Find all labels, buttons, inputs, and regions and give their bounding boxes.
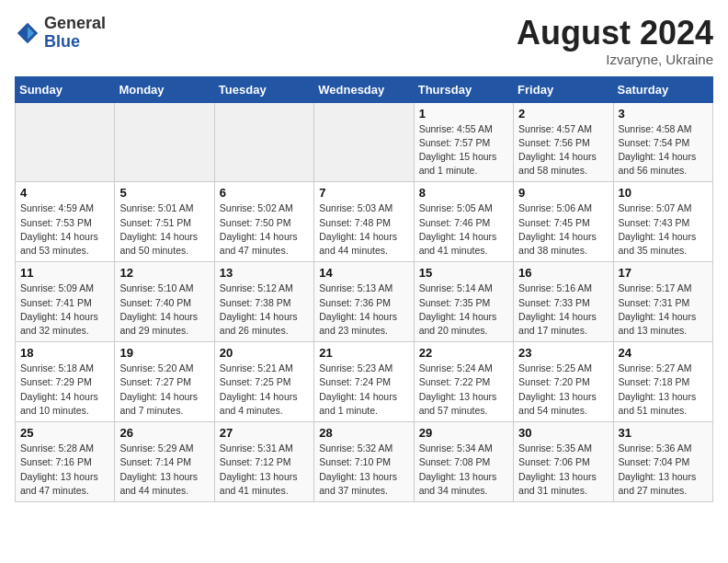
calendar-cell: 7Sunrise: 5:03 AM Sunset: 7:48 PM Daylig…: [314, 182, 414, 262]
day-number: 16: [518, 266, 608, 280]
day-number: 27: [220, 426, 309, 440]
calendar-cell: 29Sunrise: 5:34 AM Sunset: 7:08 PM Dayli…: [414, 422, 513, 502]
day-number: 31: [619, 426, 708, 440]
day-header-friday: Friday: [514, 76, 613, 102]
day-header-sunday: Sunday: [16, 76, 115, 102]
day-info: Sunrise: 4:57 AM Sunset: 7:56 PM Dayligh…: [518, 122, 608, 178]
calendar-header: SundayMondayTuesdayWednesdayThursdayFrid…: [16, 76, 713, 102]
day-number: 5: [119, 186, 209, 200]
day-info: Sunrise: 5:16 AM Sunset: 7:33 PM Dayligh…: [518, 282, 608, 338]
day-number: 20: [220, 346, 309, 360]
calendar-cell: 27Sunrise: 5:31 AM Sunset: 7:12 PM Dayli…: [214, 422, 313, 502]
day-header-tuesday: Tuesday: [214, 76, 313, 102]
day-number: 8: [419, 186, 508, 200]
day-number: 28: [319, 426, 408, 440]
logo-blue: Blue: [44, 32, 80, 51]
calendar-cell: 5Sunrise: 5:01 AM Sunset: 7:51 PM Daylig…: [115, 182, 214, 262]
day-header-thursday: Thursday: [414, 76, 513, 102]
day-number: 26: [119, 426, 209, 440]
day-info: Sunrise: 5:05 AM Sunset: 7:46 PM Dayligh…: [419, 201, 508, 258]
day-info: Sunrise: 5:13 AM Sunset: 7:36 PM Dayligh…: [319, 282, 408, 338]
day-info: Sunrise: 5:01 AM Sunset: 7:51 PM Dayligh…: [119, 201, 209, 258]
day-info: Sunrise: 4:59 AM Sunset: 7:53 PM Dayligh…: [20, 201, 109, 258]
day-number: 17: [619, 266, 708, 280]
calendar-cell: [214, 102, 313, 182]
logo-icon: [15, 20, 40, 46]
day-number: 19: [119, 346, 209, 360]
calendar-cell: 13Sunrise: 5:12 AM Sunset: 7:38 PM Dayli…: [214, 262, 313, 342]
calendar-cell: 26Sunrise: 5:29 AM Sunset: 7:14 PM Dayli…: [115, 422, 214, 502]
day-number: 2: [518, 107, 608, 121]
calendar-cell: [314, 102, 414, 182]
day-number: 9: [518, 186, 608, 200]
month-year: August 2024: [517, 15, 713, 52]
day-header-monday: Monday: [115, 76, 214, 102]
day-info: Sunrise: 5:12 AM Sunset: 7:38 PM Dayligh…: [220, 282, 309, 338]
day-info: Sunrise: 5:27 AM Sunset: 7:18 PM Dayligh…: [619, 362, 708, 418]
day-number: 11: [20, 266, 109, 280]
day-number: 23: [518, 346, 608, 360]
calendar-cell: 4Sunrise: 4:59 AM Sunset: 7:53 PM Daylig…: [16, 182, 115, 262]
calendar-cell: 30Sunrise: 5:35 AM Sunset: 7:06 PM Dayli…: [514, 422, 613, 502]
day-info: Sunrise: 5:03 AM Sunset: 7:48 PM Dayligh…: [319, 201, 408, 258]
calendar-cell: 23Sunrise: 5:25 AM Sunset: 7:20 PM Dayli…: [514, 342, 613, 422]
calendar-cell: 2Sunrise: 4:57 AM Sunset: 7:56 PM Daylig…: [514, 102, 613, 182]
day-info: Sunrise: 5:29 AM Sunset: 7:14 PM Dayligh…: [119, 442, 209, 498]
day-info: Sunrise: 5:34 AM Sunset: 7:08 PM Dayligh…: [419, 442, 508, 498]
day-info: Sunrise: 5:28 AM Sunset: 7:16 PM Dayligh…: [20, 442, 109, 498]
day-header-saturday: Saturday: [613, 76, 712, 102]
day-number: 12: [119, 266, 209, 280]
day-info: Sunrise: 5:02 AM Sunset: 7:50 PM Dayligh…: [220, 201, 309, 258]
title-area: August 2024 Izvaryne, Ukraine: [517, 15, 713, 67]
calendar-cell: 12Sunrise: 5:10 AM Sunset: 7:40 PM Dayli…: [115, 262, 214, 342]
calendar-cell: 8Sunrise: 5:05 AM Sunset: 7:46 PM Daylig…: [414, 182, 513, 262]
week-row-1: 1Sunrise: 4:55 AM Sunset: 7:57 PM Daylig…: [16, 102, 713, 182]
day-info: Sunrise: 5:18 AM Sunset: 7:29 PM Dayligh…: [20, 362, 109, 418]
day-number: 10: [619, 186, 708, 200]
calendar-cell: 6Sunrise: 5:02 AM Sunset: 7:50 PM Daylig…: [214, 182, 313, 262]
week-row-4: 18Sunrise: 5:18 AM Sunset: 7:29 PM Dayli…: [16, 342, 713, 422]
day-info: Sunrise: 5:24 AM Sunset: 7:22 PM Dayligh…: [419, 362, 508, 418]
calendar-cell: 17Sunrise: 5:17 AM Sunset: 7:31 PM Dayli…: [613, 262, 712, 342]
day-number: 22: [419, 346, 508, 360]
day-header-wednesday: Wednesday: [314, 76, 414, 102]
day-info: Sunrise: 5:09 AM Sunset: 7:41 PM Dayligh…: [20, 282, 109, 338]
calendar-cell: 10Sunrise: 5:07 AM Sunset: 7:43 PM Dayli…: [613, 182, 712, 262]
day-info: Sunrise: 5:23 AM Sunset: 7:24 PM Dayligh…: [319, 362, 408, 418]
day-info: Sunrise: 5:06 AM Sunset: 7:45 PM Dayligh…: [518, 201, 608, 258]
calendar-cell: 24Sunrise: 5:27 AM Sunset: 7:18 PM Dayli…: [613, 342, 712, 422]
day-number: 14: [319, 266, 408, 280]
logo: General Blue: [15, 15, 106, 52]
day-number: 30: [518, 426, 608, 440]
day-info: Sunrise: 4:55 AM Sunset: 7:57 PM Dayligh…: [419, 122, 508, 178]
day-info: Sunrise: 5:14 AM Sunset: 7:35 PM Dayligh…: [419, 282, 508, 338]
week-row-3: 11Sunrise: 5:09 AM Sunset: 7:41 PM Dayli…: [16, 262, 713, 342]
calendar-cell: 18Sunrise: 5:18 AM Sunset: 7:29 PM Dayli…: [16, 342, 115, 422]
week-row-2: 4Sunrise: 4:59 AM Sunset: 7:53 PM Daylig…: [16, 182, 713, 262]
day-number: 7: [319, 186, 408, 200]
calendar-cell: 3Sunrise: 4:58 AM Sunset: 7:54 PM Daylig…: [613, 102, 712, 182]
calendar-cell: [16, 102, 115, 182]
calendar-cell: 21Sunrise: 5:23 AM Sunset: 7:24 PM Dayli…: [314, 342, 414, 422]
calendar-cell: 19Sunrise: 5:20 AM Sunset: 7:27 PM Dayli…: [115, 342, 214, 422]
day-number: 18: [20, 346, 109, 360]
calendar-cell: 20Sunrise: 5:21 AM Sunset: 7:25 PM Dayli…: [214, 342, 313, 422]
calendar-cell: 14Sunrise: 5:13 AM Sunset: 7:36 PM Dayli…: [314, 262, 414, 342]
day-number: 24: [619, 346, 708, 360]
day-number: 25: [20, 426, 109, 440]
day-info: Sunrise: 5:35 AM Sunset: 7:06 PM Dayligh…: [518, 442, 608, 498]
day-info: Sunrise: 5:10 AM Sunset: 7:40 PM Dayligh…: [119, 282, 209, 338]
header: General Blue August 2024 Izvaryne, Ukrai…: [15, 15, 713, 67]
day-info: Sunrise: 5:07 AM Sunset: 7:43 PM Dayligh…: [619, 201, 708, 258]
location: Izvaryne, Ukraine: [517, 52, 713, 67]
week-row-5: 25Sunrise: 5:28 AM Sunset: 7:16 PM Dayli…: [16, 422, 713, 502]
day-number: 29: [419, 426, 508, 440]
day-info: Sunrise: 5:32 AM Sunset: 7:10 PM Dayligh…: [319, 442, 408, 498]
calendar-cell: 9Sunrise: 5:06 AM Sunset: 7:45 PM Daylig…: [514, 182, 613, 262]
day-info: Sunrise: 5:20 AM Sunset: 7:27 PM Dayligh…: [119, 362, 209, 418]
calendar-cell: [115, 102, 214, 182]
logo-general: General: [44, 14, 106, 32]
day-info: Sunrise: 5:36 AM Sunset: 7:04 PM Dayligh…: [619, 442, 708, 498]
day-number: 15: [419, 266, 508, 280]
calendar-cell: 11Sunrise: 5:09 AM Sunset: 7:41 PM Dayli…: [16, 262, 115, 342]
